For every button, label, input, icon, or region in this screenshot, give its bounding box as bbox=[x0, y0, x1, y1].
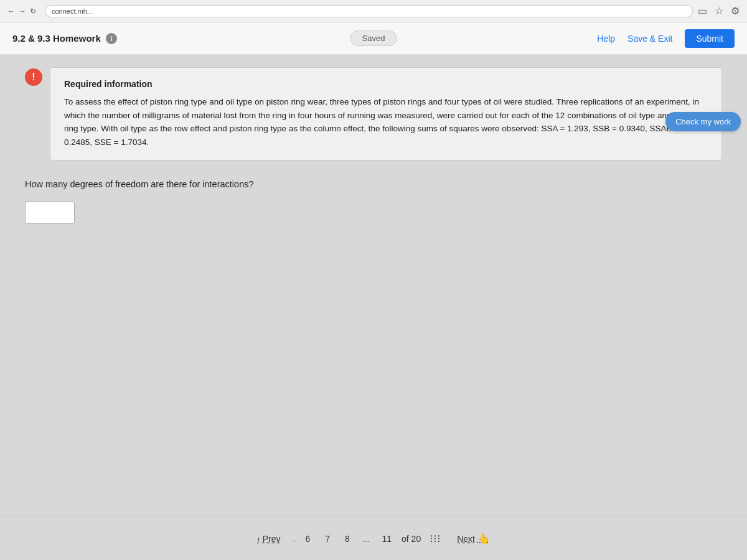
tab-icon[interactable]: ▭ bbox=[698, 5, 707, 17]
app-title: 9.2 & 9.3 Homework i bbox=[12, 33, 117, 44]
header-actions: Help Save & Exit Submit bbox=[597, 29, 735, 48]
alert-row: ! Required information To assess the eff… bbox=[25, 67, 722, 161]
required-info-text: To assess the effect of piston ring type… bbox=[64, 95, 708, 149]
main-content: Check my work ! Required information To … bbox=[0, 55, 747, 560]
extension-icon[interactable]: ⚙ bbox=[731, 5, 740, 17]
ellipsis: ... bbox=[360, 534, 372, 544]
forward-icon[interactable]: → bbox=[19, 7, 26, 16]
required-info-title: Required information bbox=[64, 79, 708, 89]
page-7-button[interactable]: 7 bbox=[320, 530, 335, 548]
page-6-button[interactable]: 6 bbox=[300, 530, 315, 548]
alert-icon: ! bbox=[25, 68, 42, 86]
check-my-work-button[interactable]: Check my work bbox=[665, 112, 741, 131]
answer-input[interactable] bbox=[25, 202, 75, 224]
submit-button[interactable]: Submit bbox=[685, 29, 735, 48]
page-8-button[interactable]: 8 bbox=[340, 530, 355, 548]
app-header: 9.2 & 9.3 Homework i Saved Help Save & E… bbox=[0, 22, 747, 55]
prev-arrow-icon: ‹ bbox=[257, 534, 260, 544]
prev-button[interactable]: ‹ Prev bbox=[250, 530, 288, 548]
browser-bar: ← → ↻ connect.mh... ▭ ☆ ⚙ bbox=[0, 0, 747, 22]
grid-icon[interactable]: ⁝⁝⁝ bbox=[426, 532, 444, 546]
question-text: How many degrees of freedom are there fo… bbox=[25, 179, 722, 189]
title-text: 9.2 & 9.3 Homework bbox=[12, 33, 101, 44]
save-exit-button[interactable]: Save & Exit bbox=[627, 34, 672, 44]
next-label: Next bbox=[457, 534, 475, 544]
help-link[interactable]: Help bbox=[597, 34, 615, 44]
question-section: How many degrees of freedom are there fo… bbox=[25, 179, 722, 224]
reload-icon[interactable]: ↻ bbox=[30, 7, 36, 16]
bookmark-icon[interactable]: ☆ bbox=[715, 5, 723, 17]
required-info-box: Required information To assess the effec… bbox=[50, 67, 722, 161]
nav-separator-1: . bbox=[293, 534, 296, 544]
url-bar[interactable]: connect.mh... bbox=[45, 5, 693, 17]
of-text: of 20 bbox=[402, 534, 421, 544]
info-icon[interactable]: i bbox=[106, 33, 117, 44]
bottom-navigation: ‹ Prev . 6 7 8 ... 11 of 20 ⁝⁝⁝ Next 👆 bbox=[0, 516, 747, 560]
page-11-button[interactable]: 11 bbox=[377, 530, 397, 548]
saved-badge: Saved bbox=[350, 30, 397, 46]
back-icon[interactable]: ← bbox=[7, 7, 15, 16]
hand-icon: 👆 bbox=[477, 533, 490, 544]
next-button[interactable]: Next 👆 bbox=[449, 529, 497, 548]
